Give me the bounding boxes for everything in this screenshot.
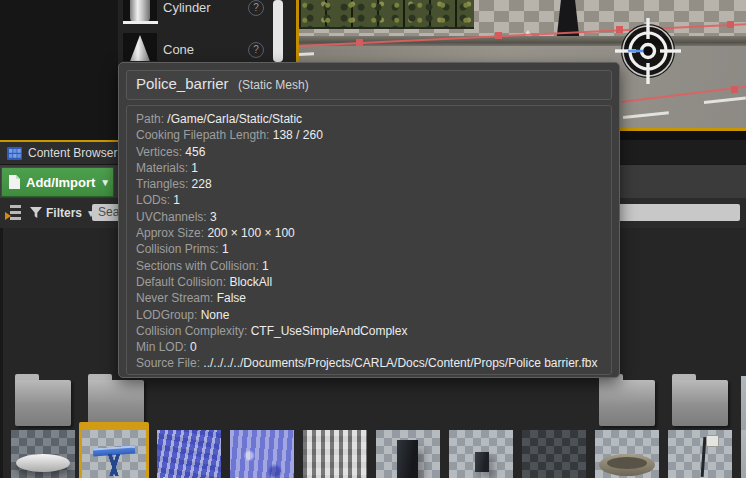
asset-tile-sm_barrier[interactable]: SM_Barrier [519,422,589,478]
asset-tile-sm_base_02[interactable]: SM_Base_02 [592,422,662,478]
chevron-down-icon: ▼ [100,177,110,188]
help-icon[interactable]: ? [248,42,264,58]
asset-thumbnail: ✱VT [230,430,294,478]
asset-tile-police_crowd_barrier_material[interactable]: ✱VTPolice_Crowd_Barrier_Material [227,422,297,478]
crosshair-target-icon [613,16,683,86]
asset-thumbnail: ✱VT [157,430,221,478]
spline-point[interactable] [731,86,738,93]
place-item-label: Cone [163,42,194,57]
add-import-label: Add/Import [26,175,95,190]
tooltip-row-label: Collision Prims: [136,242,222,256]
tooltip-row-value: 3 [210,210,217,224]
sources-toggle-arrow-icon [5,212,11,220]
tooltip-row-label: UVChannels: [136,210,210,224]
tab-content-browser[interactable]: Content Browser [0,140,118,164]
asset-tooltip: Police_barrier (Static Mesh) Path: /Game… [118,62,620,378]
tooltip-row: Triangles: 228 [136,176,602,192]
content-browser-grid-icon [7,147,22,160]
asset-thumbnail [668,430,732,478]
tooltip-row: LODGroup: None [136,307,602,323]
asset-tile-police_crowd_barrier_material base[interactable]: ✱VTPolice_Crowd_Barrier_Material Base [154,422,224,478]
tooltip-asset-type: (Static Mesh) [238,78,309,92]
tooltip-row-value: 456 [185,145,205,159]
asset-tile-platform_cylinder[interactable]: Platform_cylinder [8,422,78,478]
tooltip-row-value: CTF_UseSimpleAndComplex [251,324,408,338]
tooltip-row-label: Approx Size: [136,226,207,240]
tooltip-row-value: ../../../../Documents/Projects/CARLA/Doc… [203,356,597,370]
filter-funnel-icon [30,207,42,219]
tooltip-row-label: Default Collision: [136,275,229,289]
tooltip-row-label: LODs: [136,193,173,207]
tooltip-row-label: Sections with Collision: [136,259,262,273]
green-fence [299,0,474,29]
asset-tile-sm_basket1[interactable]: SM_basket1 [665,422,735,478]
scrollbar[interactable] [273,0,283,62]
asset-thumbnail [595,430,659,478]
help-icon[interactable]: ? [248,0,264,16]
asset-tile-police_barrier[interactable]: Police_barrier [79,422,149,478]
cylinder-shape-icon [123,0,157,21]
tooltip-row: UVChannels: 3 [136,209,602,225]
tooltip-row: Path: /Game/Carla/Static/Static [136,111,602,127]
spline-point[interactable] [727,21,734,28]
tooltip-row-label: Triangles: [136,177,192,191]
tooltip-row-value: 0 [190,340,197,354]
add-import-button[interactable]: Add/Import ▼ [1,167,114,197]
cone-shape-icon [123,33,157,61]
tooltip-row-value: 1 [262,259,269,273]
tooltip-row: Source File: ../../../../Documents/Proje… [136,355,602,371]
asset-tile-s[interactable]: S [738,422,746,478]
tooltip-row-label: Source File: [136,356,203,370]
folder-icon [599,380,655,426]
folder-icon [88,380,144,426]
tooltip-row: Cooking Filepath Length: 138 / 260 [136,127,602,143]
filters-button[interactable]: Filters ▼ [30,203,96,223]
tooltip-row: Default Collision: BlockAll [136,274,602,290]
tooltip-row: Vertices: 456 [136,144,602,160]
tooltip-row-value: BlockAll [229,275,272,289]
spline-point[interactable] [356,39,363,46]
tooltip-row-label: Vertices: [136,145,185,159]
asset-thumbnail [522,430,586,478]
thumb-underline [123,21,158,24]
asset-thumbnail [376,430,440,478]
tooltip-row-value: 1 [222,242,229,256]
tab-label: Content Browser [28,146,117,160]
place-item-label: Cylinder [163,0,211,15]
tooltip-row-label: Never Stream: [136,291,217,305]
place-item-cylinder[interactable]: Cylinder ? [118,0,296,30]
tooltip-row-value: 1 [191,161,198,175]
tooltip-asset-name: Police_barrier [136,75,229,92]
tooltip-row-value: 228 [192,177,212,191]
tooltip-row: Collision Prims: 1 [136,241,602,257]
tooltip-row: Sections with Collision: 1 [136,258,602,274]
tooltip-row-label: Collision Complexity: [136,324,251,338]
tooltip-row-value: False [217,291,246,305]
asset-thumbnail: ✱VT [303,430,367,478]
unreal-editor-window: Cylinder ? Cone ? [0,0,746,478]
asset-tile-sm_atmcashier[interactable]: SM_AtmCashier [446,422,516,478]
tooltip-row: Never Stream: False [136,290,602,306]
tooltip-row: Approx Size: 200 × 100 × 100 [136,225,602,241]
add-import-doc-icon [8,174,21,190]
tooltip-row-value: 1 [173,193,180,207]
asset-tile-police_crowd_barrier_material[interactable]: ✱VTPolice_Crowd_Barrier_Material [300,422,370,478]
editor-background [0,0,118,140]
asset-thumbnail [82,430,146,478]
tooltip-row-label: LODGroup: [136,308,201,322]
asset-tile-sm_atm[interactable]: SM_Atm [373,422,443,478]
folder-icon [672,380,728,426]
tooltip-row-value: 200 × 100 × 100 [207,226,294,240]
asset-thumbnail [449,430,513,478]
tooltip-row-label: Min LOD: [136,340,190,354]
sources-panel-toggle[interactable] [5,205,21,220]
tooltip-row-label: Materials: [136,161,191,175]
tooltip-row: Min LOD: 0 [136,339,602,355]
asset-thumbnail [741,430,746,478]
spline-point[interactable] [495,32,502,39]
tooltip-body: Path: /Game/Carla/Static/StaticCooking F… [126,105,612,375]
tooltip-row-label: Path: [136,112,167,126]
tooltip-row-value: None [201,308,230,322]
tooltip-row: LODs: 1 [136,192,602,208]
tooltip-header: Police_barrier (Static Mesh) [126,70,612,100]
